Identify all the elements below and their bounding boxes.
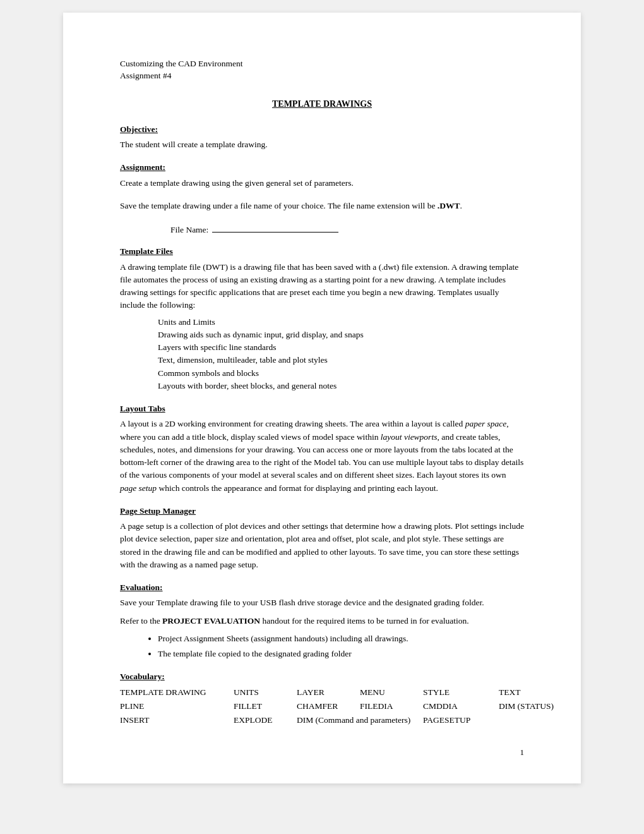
list-item-2: Layers with specific line standards bbox=[158, 341, 524, 354]
list-item-5: Layouts with border, sheet blocks, and g… bbox=[158, 380, 524, 392]
file-name-line: File Name: bbox=[170, 222, 524, 236]
refer-text: Refer to the bbox=[120, 616, 162, 626]
vocab-r2c4 bbox=[499, 714, 549, 727]
layout-tabs-body: A layout is a 2D working environment for… bbox=[120, 418, 524, 495]
lt-part3: layout viewports bbox=[381, 432, 438, 442]
vocab-r1c2: CHAMFER bbox=[297, 700, 360, 713]
header-info: Customizing the CAD Environment Assignme… bbox=[120, 58, 524, 82]
evaluation-section: Evaluation: Save your Template drawing f… bbox=[120, 581, 524, 660]
page-setup-body: A page setup is a collection of plot dev… bbox=[120, 520, 524, 571]
vocab-r0c3: MENU bbox=[360, 686, 423, 699]
file-name-label: File Name: bbox=[170, 224, 208, 236]
vocab-r1c1: FILLET bbox=[234, 700, 297, 713]
list-item-1: Drawing aids such as dynamic input, grid… bbox=[158, 329, 524, 341]
refer-end: handout for the required items to be tur… bbox=[260, 616, 469, 626]
lt-part0: A layout is a 2D working environment for… bbox=[120, 419, 465, 428]
template-files-section: Template Files A drawing template file (… bbox=[120, 245, 524, 392]
layout-tabs-section: Layout Tabs A layout is a 2D working env… bbox=[120, 402, 524, 495]
list-item-0: Units and Limits bbox=[158, 316, 524, 329]
vocab-r0c0: TEMPLATE DRAWING bbox=[120, 686, 234, 699]
vocabulary-section: Vocabulary: TEMPLATE DRAWING UNITS LAYER… bbox=[120, 670, 524, 728]
objective-body: The student will create a template drawi… bbox=[120, 138, 524, 151]
vocabulary-title: Vocabulary: bbox=[120, 670, 524, 683]
layout-tabs-title: Layout Tabs bbox=[120, 402, 524, 415]
header-line1: Customizing the CAD Environment bbox=[120, 58, 524, 70]
refer-bold: PROJECT EVALUATION bbox=[162, 616, 260, 626]
header-line2: Assignment #4 bbox=[120, 70, 524, 82]
evaluation-body: Save your Template drawing file to your … bbox=[120, 596, 524, 609]
vocab-r2c0: INSERT bbox=[120, 714, 234, 727]
vocab-r0c4: STYLE bbox=[423, 686, 499, 699]
document-page: Customizing the CAD Environment Assignme… bbox=[63, 13, 581, 783]
vocab-r1c0: PLINE bbox=[120, 700, 234, 713]
page-number: 1 bbox=[520, 746, 525, 759]
page-setup-section: Page Setup Manager A page setup is a col… bbox=[120, 505, 524, 571]
vocab-r2c3: PAGESETUP bbox=[423, 714, 499, 727]
template-files-body: A drawing template file (DWT) is a drawi… bbox=[120, 261, 524, 312]
list-item-3: Text, dimension, multileader, table and … bbox=[158, 354, 524, 366]
page-setup-title: Page Setup Manager bbox=[120, 505, 524, 517]
objective-section: Objective: The student will create a tem… bbox=[120, 123, 524, 152]
lt-part5: page setup bbox=[120, 483, 157, 493]
lt-part6: which controls the appearance and format… bbox=[157, 483, 438, 493]
evaluation-title: Evaluation: bbox=[120, 581, 524, 594]
objective-title: Objective: bbox=[120, 123, 524, 136]
main-title: TEMPLATE DRAWINGS bbox=[120, 97, 524, 111]
assignment-section: Assignment: Create a template drawing us… bbox=[120, 161, 524, 190]
list-item-4: Common symbols and blocks bbox=[158, 367, 524, 380]
save-extension: .DWT bbox=[438, 201, 460, 210]
vocab-r0c1: UNITS bbox=[234, 686, 297, 699]
template-files-list: Units and Limits Drawing aids such as dy… bbox=[158, 316, 524, 393]
vocab-r2c2: DIM (Command and parameters) bbox=[297, 714, 423, 727]
vocab-r1c3: FILEDIA bbox=[360, 700, 423, 713]
vocabulary-grid: TEMPLATE DRAWING UNITS LAYER MENU STYLE … bbox=[120, 686, 524, 728]
vocab-r1c4: CMDDIA bbox=[423, 700, 499, 713]
template-files-title: Template Files bbox=[120, 245, 524, 258]
vocab-r0c5: TEXT bbox=[499, 686, 549, 699]
save-instruction-main: Save the template drawing under a file n… bbox=[120, 201, 438, 210]
assignment-body: Create a template drawing using the give… bbox=[120, 177, 524, 190]
evaluation-bullets: Project Assignment Sheets (assignment ha… bbox=[158, 632, 524, 661]
lt-part1: paper space bbox=[465, 419, 507, 428]
bullet-item-0: Project Assignment Sheets (assignment ha… bbox=[158, 632, 524, 645]
assignment-title: Assignment: bbox=[120, 161, 524, 174]
evaluation-refer: Refer to the PROJECT EVALUATION handout … bbox=[120, 615, 524, 627]
vocab-r2c1: EXPLODE bbox=[234, 714, 297, 727]
save-instruction-section: Save the template drawing under a file n… bbox=[120, 200, 524, 212]
bullet-item-1: The template file copied to the designat… bbox=[158, 648, 524, 660]
file-name-input-area bbox=[212, 222, 338, 233]
save-instruction-text: Save the template drawing under a file n… bbox=[120, 200, 524, 212]
vocab-r1c5: DIM (STATUS) bbox=[499, 700, 549, 713]
vocab-r0c2: LAYER bbox=[297, 686, 360, 699]
